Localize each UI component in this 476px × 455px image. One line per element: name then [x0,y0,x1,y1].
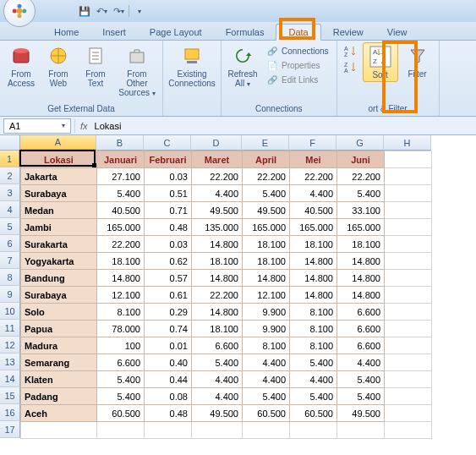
cell[interactable]: 8.100 [290,321,337,337]
cell[interactable]: Januari [97,151,145,168]
cell[interactable]: Surabaya [21,185,97,202]
tab-formulas[interactable]: Formulas [214,25,276,40]
cell[interactable]: 18.100 [290,236,337,253]
cell[interactable] [145,422,192,439]
cell[interactable]: 8.100 [97,304,145,321]
row-header-15[interactable]: 15 [0,387,20,404]
cell[interactable]: 14.800 [290,270,337,287]
cell[interactable] [385,304,432,321]
cell[interactable] [385,151,432,168]
cell[interactable]: 14.800 [97,270,145,287]
tab-data[interactable]: Data [276,24,320,41]
cell[interactable]: 0.51 [145,185,192,202]
cell[interactable] [385,253,432,270]
cell[interactable]: 0.03 [145,168,192,185]
cell[interactable]: 14.800 [290,287,337,304]
row-header-11[interactable]: 11 [0,320,20,337]
cell[interactable]: Semarang [21,354,97,371]
cell[interactable] [385,219,432,236]
cell[interactable]: 60.500 [243,405,290,422]
col-header-D[interactable]: D [191,135,242,151]
tab-insert[interactable]: Insert [90,25,138,40]
cell[interactable] [385,388,432,405]
cell[interactable]: 6.600 [192,337,243,354]
cell[interactable]: 4.400 [290,185,337,202]
filter-button[interactable]: Filter [400,42,435,80]
from-access-button[interactable]: From Access [3,42,39,90]
cell[interactable]: 5.400 [97,388,145,405]
cell[interactable]: 22.200 [97,236,145,253]
col-header-G[interactable]: G [336,135,384,151]
col-header-H[interactable]: H [384,135,431,151]
cell[interactable]: 33.100 [337,202,385,219]
cell[interactable]: 14.800 [337,287,385,304]
cell[interactable]: Mei [290,151,337,168]
cell[interactable] [385,337,432,354]
cell[interactable] [385,185,432,202]
tab-home[interactable]: Home [42,25,90,40]
formula-input[interactable] [93,119,213,133]
cell[interactable]: 5.400 [192,354,243,371]
col-header-A[interactable]: A [20,135,96,151]
cell[interactable]: 5.400 [97,371,145,388]
cell[interactable]: 78.000 [97,321,145,337]
cell[interactable]: 5.400 [337,388,385,405]
cell[interactable]: Surabaya [21,287,97,304]
cell[interactable]: 6.600 [97,354,145,371]
cell[interactable]: Papua [21,321,97,337]
cell[interactable]: 22.200 [243,168,290,185]
cell[interactable]: 4.400 [243,354,290,371]
cell[interactable]: 165.000 [337,219,385,236]
qat-customize-icon[interactable]: ▾ [133,4,146,18]
save-icon[interactable]: 💾 [78,4,91,18]
properties-button[interactable]: 📄Properties [264,58,331,72]
cell[interactable]: 5.400 [290,354,337,371]
cell[interactable] [385,321,432,337]
cell[interactable]: Solo [21,304,97,321]
cell[interactable]: 0.61 [145,287,192,304]
cell[interactable]: 8.100 [290,337,337,354]
cell[interactable] [97,422,145,439]
cell[interactable]: 18.100 [337,236,385,253]
cell[interactable]: 5.400 [290,388,337,405]
refresh-all-button[interactable]: Refresh All ▾ [225,42,260,90]
cell[interactable]: 5.400 [243,388,290,405]
cell[interactable]: 18.100 [243,253,290,270]
cell[interactable]: Februari [145,151,192,168]
cell[interactable]: 49.500 [192,405,243,422]
cell[interactable]: 9.900 [243,304,290,321]
cell[interactable]: 0.62 [145,253,192,270]
cell[interactable]: 22.200 [337,168,385,185]
cell[interactable]: 18.100 [192,253,243,270]
cell[interactable]: 0.40 [145,354,192,371]
cell[interactable] [290,422,337,439]
cell[interactable]: 60.500 [290,405,337,422]
cell[interactable]: 12.100 [97,287,145,304]
cell[interactable]: 0.08 [145,388,192,405]
cell[interactable] [385,202,432,219]
undo-icon[interactable]: ↶▾ [95,4,108,18]
cell[interactable]: 135.000 [192,219,243,236]
cell[interactable]: 0.29 [145,304,192,321]
cell[interactable] [385,371,432,388]
cell[interactable] [243,422,290,439]
cell[interactable]: 4.400 [337,354,385,371]
row-header-3[interactable]: 3 [0,184,20,201]
sort-za-button[interactable]: ZA [342,60,359,75]
row-header-10[interactable]: 10 [0,303,20,320]
cell[interactable]: 18.100 [97,253,145,270]
cell[interactable]: 49.500 [192,202,243,219]
cell[interactable]: 22.200 [290,168,337,185]
cell[interactable]: 0.44 [145,371,192,388]
redo-icon[interactable]: ↷▾ [112,4,125,18]
select-all-corner[interactable] [0,135,20,151]
cell[interactable]: Juni [337,151,385,168]
cell[interactable]: 8.100 [243,337,290,354]
cell[interactable] [385,287,432,304]
col-header-E[interactable]: E [242,135,289,151]
row-header-9[interactable]: 9 [0,286,20,303]
connections-button[interactable]: 🔗Connections [264,44,331,58]
existing-connections-button[interactable]: Existing Connections [167,42,217,90]
col-header-F[interactable]: F [289,135,336,151]
cell[interactable]: 6.600 [337,321,385,337]
